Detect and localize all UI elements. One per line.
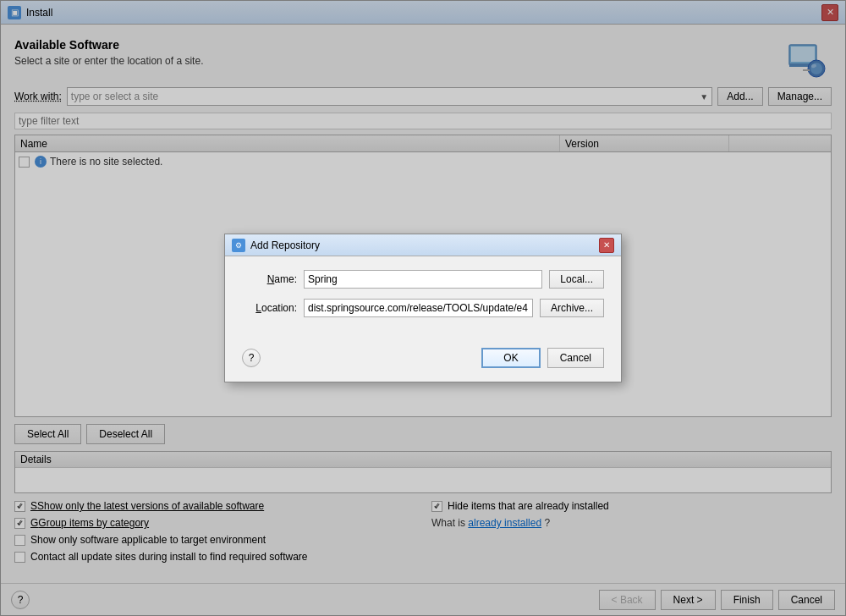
location-field-input[interactable] xyxy=(304,299,533,317)
dialog-ok-button[interactable]: OK xyxy=(481,348,540,368)
dialog-close-button[interactable]: ✕ xyxy=(599,238,614,253)
dialog-title-bar: ⚙ Add Repository ✕ xyxy=(225,234,621,256)
dialog-help-button[interactable]: ? xyxy=(242,349,261,367)
local-button[interactable]: Local... xyxy=(549,270,604,289)
dialog-footer: ? OK Cancel xyxy=(225,341,621,382)
dialog-buttons: OK Cancel xyxy=(481,348,604,368)
name-field-label: Name: xyxy=(242,273,297,285)
archive-button[interactable]: Archive... xyxy=(540,299,604,317)
location-field-row: Location: Archive... xyxy=(242,299,604,317)
dialog-overlay: ⚙ Add Repository ✕ Name: Local... Locati… xyxy=(0,0,846,616)
location-field-label: Location: xyxy=(242,302,297,314)
dialog-icon: ⚙ xyxy=(232,239,245,252)
add-repository-dialog: ⚙ Add Repository ✕ Name: Local... Locati… xyxy=(224,234,622,382)
dialog-body: Name: Local... Location: Archive... xyxy=(225,256,621,341)
name-field-input[interactable] xyxy=(304,270,542,289)
dialog-title: Add Repository xyxy=(250,239,599,251)
dialog-cancel-button[interactable]: Cancel xyxy=(547,348,604,368)
name-field-row: Name: Local... xyxy=(242,270,604,289)
